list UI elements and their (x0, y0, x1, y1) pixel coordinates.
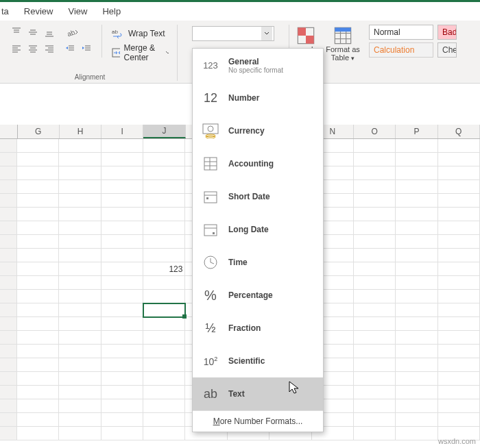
col-header-J[interactable]: J (143, 125, 185, 138)
cell[interactable] (17, 427, 59, 440)
cell[interactable] (17, 345, 59, 358)
cell[interactable] (143, 276, 185, 290)
cell[interactable] (59, 427, 101, 440)
cell[interactable] (354, 427, 396, 440)
cell[interactable] (438, 372, 480, 386)
cell[interactable] (59, 249, 101, 262)
cell[interactable] (354, 372, 396, 386)
cell[interactable] (101, 358, 143, 372)
cell[interactable] (101, 317, 143, 331)
align-right-button[interactable] (41, 41, 58, 56)
cell[interactable] (396, 221, 437, 235)
number-format-dropdown-button[interactable] (261, 27, 272, 40)
cell[interactable] (101, 331, 143, 345)
merge-center-button[interactable]: Merge & Center (109, 44, 171, 62)
orientation-button[interactable]: ab (62, 25, 84, 40)
cell[interactable] (59, 153, 101, 166)
cell[interactable] (354, 166, 396, 180)
cell[interactable] (354, 386, 396, 399)
cell[interactable] (59, 413, 101, 427)
cell[interactable] (17, 372, 59, 386)
cell[interactable] (143, 180, 185, 194)
cell[interactable] (396, 399, 437, 413)
cell[interactable] (101, 303, 143, 317)
cell[interactable] (17, 399, 59, 413)
cell[interactable] (17, 290, 59, 303)
cell[interactable] (354, 345, 396, 358)
cell-style-check[interactable]: Chec (437, 42, 457, 58)
format-as-table-button[interactable]: Format as Table ▾ (324, 25, 361, 62)
cell[interactable] (59, 386, 101, 399)
cell[interactable] (17, 208, 59, 221)
menu-item-view[interactable]: View (68, 6, 87, 16)
cell[interactable] (17, 166, 59, 180)
cell[interactable] (354, 331, 396, 345)
cell[interactable] (438, 276, 480, 290)
menu-item-help[interactable]: Help (102, 6, 121, 16)
cell[interactable] (396, 180, 437, 194)
col-header-G[interactable]: G (18, 125, 60, 138)
cell[interactable] (396, 235, 437, 249)
cell[interactable] (17, 413, 59, 427)
cell[interactable] (438, 399, 480, 413)
cell[interactable] (59, 290, 101, 303)
cell[interactable] (101, 427, 143, 440)
cell[interactable] (59, 221, 101, 235)
cell[interactable] (354, 290, 396, 303)
cell[interactable] (17, 249, 59, 262)
cell[interactable] (59, 262, 101, 276)
align-middle-button[interactable] (25, 25, 41, 40)
cell[interactable] (101, 386, 143, 399)
cell[interactable] (101, 139, 143, 153)
cell[interactable] (354, 399, 396, 413)
cell[interactable] (143, 399, 185, 413)
cell[interactable] (396, 413, 437, 427)
cell[interactable] (17, 358, 59, 372)
cell[interactable] (59, 235, 101, 249)
cell[interactable] (17, 180, 59, 194)
format-option-text[interactable]: abText (193, 377, 323, 410)
cell[interactable] (17, 276, 59, 290)
cell[interactable] (17, 331, 59, 345)
cell[interactable] (354, 194, 396, 208)
cell[interactable] (101, 194, 143, 208)
cell[interactable] (143, 427, 185, 440)
cell[interactable] (438, 208, 480, 221)
cell[interactable] (438, 235, 480, 249)
cell[interactable] (101, 372, 143, 386)
cell[interactable] (101, 208, 143, 221)
cell-style-bad[interactable]: Bad (437, 25, 457, 40)
cell[interactable] (438, 317, 480, 331)
cell[interactable] (59, 345, 101, 358)
align-center-button[interactable] (25, 41, 41, 56)
cell[interactable] (438, 180, 480, 194)
format-option-long-date[interactable]: Long Date (193, 213, 323, 246)
cell[interactable] (59, 208, 101, 221)
cell[interactable] (396, 317, 437, 331)
cell[interactable] (396, 262, 437, 276)
format-option-number[interactable]: 12Number (193, 82, 323, 114)
cell[interactable] (17, 139, 59, 153)
cell-with-value[interactable]: 123 (143, 262, 185, 276)
menu-item-review[interactable]: Review (24, 6, 53, 16)
format-option-accounting[interactable]: Accounting (193, 147, 323, 180)
format-option-fraction[interactable]: ½Fraction (193, 312, 323, 345)
align-top-button[interactable] (8, 25, 25, 40)
cell[interactable] (59, 303, 101, 317)
cell[interactable] (354, 262, 396, 276)
cell[interactable] (438, 166, 480, 180)
cell[interactable] (354, 249, 396, 262)
format-option-scientific[interactable]: 102Scientific (193, 345, 323, 377)
cell[interactable] (101, 399, 143, 413)
cell[interactable] (101, 345, 143, 358)
cell[interactable] (143, 139, 185, 153)
cell[interactable] (396, 290, 437, 303)
cell[interactable] (101, 180, 143, 194)
number-format-combo[interactable] (192, 26, 274, 41)
wrap-text-button[interactable]: ab Wrap Text (109, 25, 171, 42)
cell[interactable] (101, 153, 143, 166)
cell-style-calculation[interactable]: Calculation (369, 42, 433, 58)
cell[interactable] (354, 317, 396, 331)
cell[interactable] (438, 262, 480, 276)
cell[interactable] (396, 303, 437, 317)
